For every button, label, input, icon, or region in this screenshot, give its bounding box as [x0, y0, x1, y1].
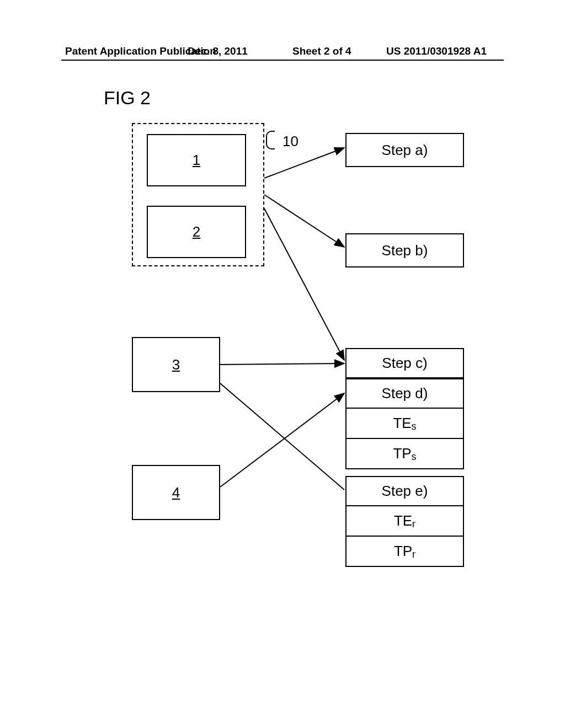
figure-label: FIG 2 — [104, 87, 151, 109]
step-e-row2-sub: r — [412, 549, 415, 560]
step-e-row1-sub: r — [412, 518, 415, 530]
arrow-10-to-c — [264, 208, 344, 360]
block-1: 1 — [147, 134, 246, 186]
arrow-10-to-a — [264, 148, 344, 178]
arrow-10-to-b — [264, 195, 344, 247]
diagram-fig2: 1 2 3 4 10 Step a) Step b) Step c) Step … — [103, 123, 489, 575]
line-3-to-e — [220, 383, 344, 490]
step-d-row1-sub: s — [412, 421, 417, 432]
step-e-box: Step e) TEr TPr — [345, 476, 464, 567]
step-e-row1-base: TE — [394, 512, 412, 529]
block-3-label: 3 — [172, 356, 180, 373]
step-d-row1-base: TE — [393, 415, 411, 432]
step-d-row2-base: TP — [393, 445, 411, 462]
page-header: Patent Application Publication Dec. 8, 2… — [0, 45, 565, 57]
block-3: 3 — [132, 337, 220, 392]
header-sheet: Sheet 2 of 4 — [292, 45, 351, 57]
step-b-label: Step b) — [382, 242, 428, 259]
header-date: Dec. 8, 2011 — [188, 45, 248, 57]
block-1-label: 1 — [193, 152, 200, 169]
step-d-box: Step d) TEs TPs — [345, 378, 464, 469]
step-e-label: Step e) — [345, 476, 464, 506]
step-d-row2-sub: s — [412, 451, 417, 463]
bracket-icon — [266, 131, 275, 149]
step-d-label: Step d) — [345, 378, 464, 409]
step-d-row2: TPs — [345, 439, 464, 469]
step-d-row1: TEs — [345, 409, 464, 439]
arrow-4-to-d — [220, 393, 344, 487]
header-rule — [61, 60, 504, 61]
block-4-label: 4 — [172, 484, 180, 501]
step-e-row1: TEr — [345, 506, 464, 537]
block-4: 4 — [132, 465, 220, 520]
block-2: 2 — [147, 206, 246, 258]
reference-label-10: 10 — [282, 133, 299, 150]
header-pubno: US 2011/0301928 A1 — [386, 45, 487, 57]
step-c-label: Step c) — [382, 355, 427, 372]
step-c-box: Step c) — [345, 348, 464, 378]
step-a-label: Step a) — [382, 142, 428, 159]
block-2-label: 2 — [193, 223, 200, 240]
step-e-row2-base: TP — [394, 543, 412, 560]
step-e-row2: TPr — [345, 537, 464, 567]
step-b-box: Step b) — [345, 233, 464, 267]
arrow-3-to-c — [220, 363, 344, 365]
step-a-box: Step a) — [345, 133, 464, 167]
